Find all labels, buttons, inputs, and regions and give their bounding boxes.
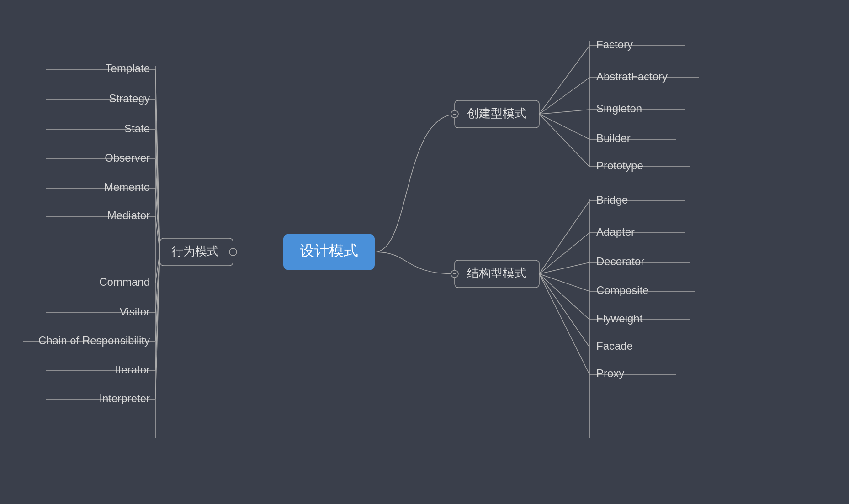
leaf-builder: Builder	[596, 132, 631, 144]
leaf-chain: Chain of Responsibility	[38, 334, 150, 346]
conn-factory	[539, 46, 589, 114]
leaf-mediator: Mediator	[107, 209, 150, 221]
behavioral-label: 行为模式	[171, 244, 219, 258]
conn-center-creational	[375, 114, 457, 252]
conn-cre-prototype	[539, 114, 589, 167]
leaf-proxy: Proxy	[596, 367, 624, 379]
leaf-singleton: Singleton	[596, 102, 642, 115]
creational-label: 创建型模式	[467, 106, 526, 120]
conn-center-structural	[375, 252, 457, 274]
leaf-observer: Observer	[105, 152, 150, 164]
leaf-facade: Facade	[596, 340, 633, 352]
conn-facade	[539, 274, 589, 347]
conn-decorator	[539, 262, 589, 274]
leaf-strategy: Strategy	[109, 92, 150, 105]
conn-flyweight	[539, 274, 589, 320]
conn-cre-builder	[539, 114, 589, 139]
leaf-factory: Factory	[596, 38, 633, 51]
leaf-memento: Memento	[104, 181, 150, 193]
conn-cre-abstrat	[539, 78, 589, 114]
leaf-iterator: Iterator	[115, 363, 150, 376]
leaf-composite: Composite	[596, 284, 649, 296]
leaf-visitor: Visitor	[120, 305, 150, 318]
leaf-command: Command	[99, 276, 150, 288]
conn-cre-singleton	[539, 110, 589, 114]
conn-bridge	[539, 201, 589, 274]
leaf-decorator: Decorator	[596, 255, 644, 268]
structural-label: 结构型模式	[467, 266, 526, 280]
leaf-prototype: Prototype	[596, 159, 643, 172]
conn-adapter	[539, 233, 589, 274]
center-label: 设计模式	[300, 242, 358, 259]
leaf-bridge: Bridge	[596, 194, 628, 206]
leaf-interpreter: Interpreter	[99, 392, 150, 404]
leaf-abstratfactory: AbstratFactory	[596, 70, 668, 83]
leaf-adapter: Adapter	[596, 226, 635, 238]
leaf-template: Template	[106, 62, 150, 74]
leaf-state: State	[124, 122, 150, 135]
leaf-flyweight: Flyweight	[596, 312, 643, 325]
